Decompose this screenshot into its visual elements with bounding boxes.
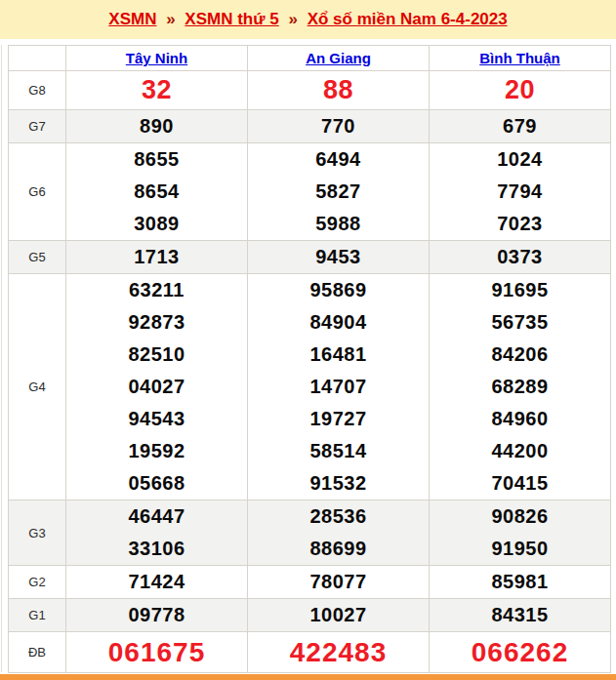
result-number: 68289: [430, 371, 610, 403]
result-number: 5827: [248, 176, 429, 208]
column-header-binh-thuan: Bình Thuận: [430, 46, 611, 71]
prize-column-header: [9, 46, 66, 71]
table-row: G7890770679: [9, 110, 611, 143]
result-number: 71424: [66, 566, 247, 598]
breadcrumb-separator: »: [288, 10, 297, 28]
province-link-an-giang[interactable]: An Giang: [306, 50, 371, 66]
result-cell: 061675: [66, 632, 248, 673]
result-number: 770: [248, 110, 429, 142]
result-cell: 770: [248, 110, 430, 143]
result-number: 8655: [66, 143, 247, 176]
result-cell: 2853688699: [248, 500, 430, 566]
result-number: 84904: [248, 306, 429, 339]
result-cell: 78077: [248, 566, 430, 599]
result-cell: 9082691950: [430, 500, 611, 566]
result-number: 85981: [430, 566, 610, 598]
result-number: 84315: [430, 599, 610, 631]
result-number: 05668: [66, 467, 247, 500]
result-cell: 0373: [430, 241, 611, 274]
result-number: 84960: [430, 403, 610, 435]
result-number: 78077: [248, 566, 429, 598]
table-row: G8328820: [9, 71, 611, 110]
table-row: G6865586543089649458275988102477947023: [9, 143, 611, 241]
result-number: 46447: [66, 500, 247, 533]
result-cell: 066262: [430, 632, 611, 673]
result-number: 04027: [66, 371, 247, 403]
breadcrumb: XSMN » XSMN thứ 5 » Xổ số miền Nam 6-4-2…: [108, 10, 507, 29]
result-cell: 649458275988: [248, 143, 430, 241]
result-cell: 1713: [66, 241, 248, 274]
page-left-border: [1, 45, 2, 672]
result-cell: 10027: [248, 599, 430, 632]
prize-label: ĐB: [9, 632, 66, 673]
result-number: 7794: [430, 176, 610, 208]
result-number: 19592: [66, 435, 247, 467]
result-number: 890: [66, 110, 247, 142]
table-row: ĐB061675422483066262: [9, 632, 611, 673]
result-cell: 84315: [430, 599, 611, 632]
table-row: G3464473310628536886999082691950: [9, 500, 611, 566]
result-cell: 71424: [66, 566, 248, 599]
result-number: 19727: [248, 403, 429, 435]
result-number: 90826: [430, 500, 610, 533]
prize-label: G3: [9, 500, 66, 566]
result-number: 679: [430, 110, 610, 142]
result-number: 84206: [430, 339, 610, 371]
result-cell: 85981: [430, 566, 611, 599]
result-cell: 95869849041648114707197275851491532: [248, 274, 430, 500]
result-number: 28536: [248, 500, 429, 533]
result-number: 56735: [430, 306, 610, 339]
result-number: 44200: [430, 435, 610, 467]
result-number: 91695: [430, 274, 610, 306]
prize-label: G8: [9, 71, 66, 110]
result-number: 58514: [248, 435, 429, 467]
prize-label: G6: [9, 143, 66, 241]
result-number: 91950: [430, 533, 610, 565]
table-row: G2714247807785981: [9, 566, 611, 599]
result-number: 09778: [66, 599, 247, 631]
result-cell: 865586543089: [66, 143, 248, 241]
province-link-binh-thuan[interactable]: Bình Thuận: [479, 50, 560, 66]
result-cell: 91695567358420668289849604420070415: [430, 274, 611, 500]
column-header-tay-ninh: Tây Ninh: [66, 46, 248, 71]
result-number: 14707: [248, 371, 429, 403]
result-cell: 4644733106: [66, 500, 248, 566]
result-number: 1024: [430, 143, 610, 176]
result-number: 32: [66, 71, 247, 109]
breadcrumb-link-date[interactable]: Xổ số miền Nam 6-4-2023: [308, 10, 508, 28]
breadcrumb-bar: XSMN » XSMN thứ 5 » Xổ số miền Nam 6-4-2…: [0, 0, 616, 39]
result-cell: 679: [430, 110, 611, 143]
breadcrumb-link-xsmn-thu-5[interactable]: XSMN thứ 5: [185, 10, 278, 28]
breadcrumb-separator: »: [166, 10, 175, 28]
result-number: 94543: [66, 403, 247, 435]
breadcrumb-link-xsmn[interactable]: XSMN: [108, 10, 156, 28]
result-number: 70415: [430, 467, 610, 500]
result-number: 20: [430, 71, 610, 109]
result-number: 33106: [66, 533, 247, 565]
result-number: 10027: [248, 599, 429, 631]
table-header-row: Tây Ninh An Giang Bình Thuận: [9, 46, 611, 71]
result-number: 6494: [248, 143, 429, 176]
result-cell: 20: [430, 71, 611, 110]
result-number: 066262: [430, 632, 610, 672]
prize-label: G7: [9, 110, 66, 143]
result-number: 82510: [66, 339, 247, 371]
result-cell: 422483: [248, 632, 430, 673]
result-number: 422483: [248, 632, 429, 672]
prize-label: G1: [9, 599, 66, 632]
province-link-tay-ninh[interactable]: Tây Ninh: [126, 50, 187, 66]
lottery-results-page: XSMN » XSMN thứ 5 » Xổ số miền Nam 6-4-2…: [0, 0, 616, 680]
column-header-an-giang: An Giang: [248, 46, 430, 71]
result-number: 88: [248, 71, 429, 109]
result-number: 91532: [248, 467, 429, 500]
result-cell: 32: [66, 71, 248, 110]
result-number: 16481: [248, 339, 429, 371]
result-cell: 890: [66, 110, 248, 143]
result-number: 0373: [430, 241, 610, 273]
result-cell: 63211928738251004027945431959205668: [66, 274, 248, 500]
result-number: 9453: [248, 241, 429, 273]
result-number: 7023: [430, 208, 610, 240]
table-row: G463211928738251004027945431959205668958…: [9, 274, 611, 500]
result-cell: 88: [248, 71, 430, 110]
result-cell: 9453: [248, 241, 430, 274]
